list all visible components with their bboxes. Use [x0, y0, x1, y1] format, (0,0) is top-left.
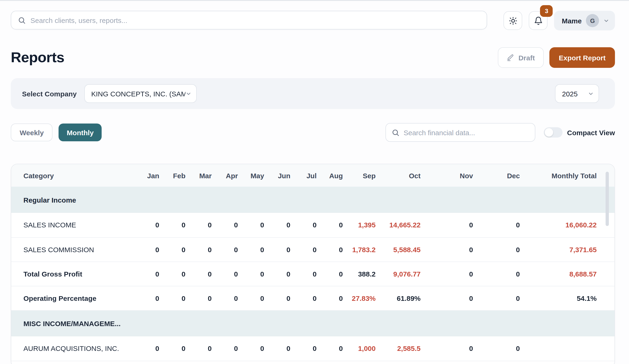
column-header: Apr — [212, 164, 238, 187]
filter-bar: Select Company KING CONCEPTS, INC. (SAM … — [11, 78, 615, 109]
financial-search-input[interactable] — [404, 128, 529, 136]
value-cell: 0 — [264, 237, 290, 262]
value-cell: 1,000 — [343, 336, 376, 361]
report-table-card: CategoryJanFebMarAprMayJunJulAugSepOctNo… — [11, 164, 615, 364]
value-cell: 27.83% — [343, 286, 376, 310]
spacer — [597, 262, 615, 286]
value-cell: 14,665.22 — [376, 213, 421, 237]
compact-view-toggle[interactable] — [544, 127, 562, 138]
value-cell: 0 — [238, 336, 264, 361]
global-search-input[interactable] — [30, 16, 480, 24]
avatar: G — [586, 14, 599, 27]
financial-table: CategoryJanFebMarAprMayJunJulAugSepOctNo… — [11, 164, 615, 361]
value-cell: 0 — [133, 262, 159, 286]
user-name: Mame — [562, 17, 582, 25]
value-cell: 0 — [290, 213, 316, 237]
value-cell: 0 — [159, 213, 185, 237]
column-header: Aug — [316, 164, 343, 187]
spacer — [597, 336, 615, 361]
search-icon — [18, 16, 26, 24]
value-cell: 0 — [421, 336, 473, 361]
value-cell: 0 — [290, 262, 316, 286]
theme-toggle-button[interactable] — [504, 11, 522, 30]
value-cell: 0 — [264, 262, 290, 286]
value-cell: 0 — [421, 213, 473, 237]
table-row: SALES COMMISSION000000001,783.25,588.450… — [11, 237, 615, 262]
tab-weekly[interactable]: Weekly — [11, 123, 53, 141]
table-row: AURUM ACQUISITIONS, INC.000000001,0002,5… — [11, 336, 615, 361]
user-menu[interactable]: Mame G — [554, 11, 615, 30]
column-header: Mar — [185, 164, 212, 187]
value-cell: 54.1% — [520, 286, 597, 310]
chevron-down-icon — [603, 17, 609, 24]
table-header-row: CategoryJanFebMarAprMayJunJulAugSepOctNo… — [11, 164, 615, 187]
value-cell: 0 — [421, 286, 473, 310]
value-cell: 0 — [290, 336, 316, 361]
column-header: Sep — [343, 164, 376, 187]
value-cell: 0 — [316, 262, 343, 286]
export-report-button[interactable]: Export Report — [549, 47, 615, 68]
value-cell: 0 — [212, 262, 238, 286]
sun-icon — [509, 16, 517, 25]
column-header: May — [238, 164, 264, 187]
section-row: MISC INCOME/MANAGEME... — [11, 310, 615, 336]
value-cell: 0 — [473, 286, 520, 310]
column-header: Monthly Total — [520, 164, 597, 187]
chevron-down-icon — [185, 91, 191, 97]
view-controls: Weekly Monthly Compact View — [11, 123, 615, 142]
row-label: Total Gross Profit — [11, 262, 133, 286]
value-cell: 0 — [316, 336, 343, 361]
draft-button-label: Draft — [518, 54, 535, 62]
table-row: Operating Percentage0000000027.83%61.89%… — [11, 286, 615, 310]
value-cell: 16,060.22 — [520, 213, 597, 237]
value-cell: 9,076.77 — [376, 262, 421, 286]
value-cell: 0 — [473, 237, 520, 262]
value-cell: 1,783.2 — [343, 237, 376, 262]
value-cell: 0 — [238, 213, 264, 237]
search-icon — [391, 128, 399, 136]
value-cell: 0 — [473, 336, 520, 361]
value-cell: 0 — [264, 336, 290, 361]
topbar: 3 Mame G — [11, 0, 615, 29]
value-cell: 1,395 — [343, 213, 376, 237]
draft-button[interactable]: Draft — [498, 47, 544, 68]
value-cell: 0 — [290, 286, 316, 310]
value-cell: 0 — [212, 336, 238, 361]
tab-monthly[interactable]: Monthly — [59, 123, 102, 141]
table-scrollbar-thumb[interactable] — [606, 172, 609, 226]
value-cell: 0 — [238, 286, 264, 310]
column-header: Category — [11, 164, 133, 187]
column-header: Dec — [473, 164, 520, 187]
global-search[interactable] — [11, 11, 487, 29]
value-cell: 5,588.45 — [376, 237, 421, 262]
year-select-value: 2025 — [562, 90, 578, 97]
year-select[interactable]: 2025 — [555, 84, 599, 103]
value-cell: 0 — [316, 286, 343, 310]
value-cell: 0 — [185, 237, 212, 262]
company-select[interactable]: KING CONCEPTS, INC. (SAM — [84, 84, 196, 103]
section-label: MISC INCOME/MANAGEME... — [11, 310, 615, 336]
value-cell: 0 — [421, 237, 473, 262]
value-cell: 0 — [473, 262, 520, 286]
value-cell: 0 — [185, 262, 212, 286]
value-cell: 0 — [212, 237, 238, 262]
toggle-knob — [544, 128, 553, 137]
table-row: SALES INCOME000000001,39514,665.220016,0… — [11, 213, 615, 237]
value-cell: 0 — [185, 336, 212, 361]
page-header: Reports Draft Export Report — [11, 46, 615, 69]
spacer — [597, 286, 615, 310]
value-cell: 0 — [316, 237, 343, 262]
value-cell: 0 — [212, 213, 238, 237]
value-cell: 0 — [264, 213, 290, 237]
value-cell: 0 — [290, 237, 316, 262]
value-cell: 0 — [133, 336, 159, 361]
value-cell: 0 — [159, 262, 185, 286]
column-header: Jun — [264, 164, 290, 187]
section-row: Regular Income — [11, 187, 615, 213]
value-cell: 0 — [185, 286, 212, 310]
financial-search[interactable] — [385, 123, 535, 142]
value-cell: 388.2 — [343, 262, 376, 286]
column-header: Nov — [421, 164, 473, 187]
value-cell: 2,585.5 — [376, 336, 421, 361]
value-cell: 7,371.65 — [520, 237, 597, 262]
